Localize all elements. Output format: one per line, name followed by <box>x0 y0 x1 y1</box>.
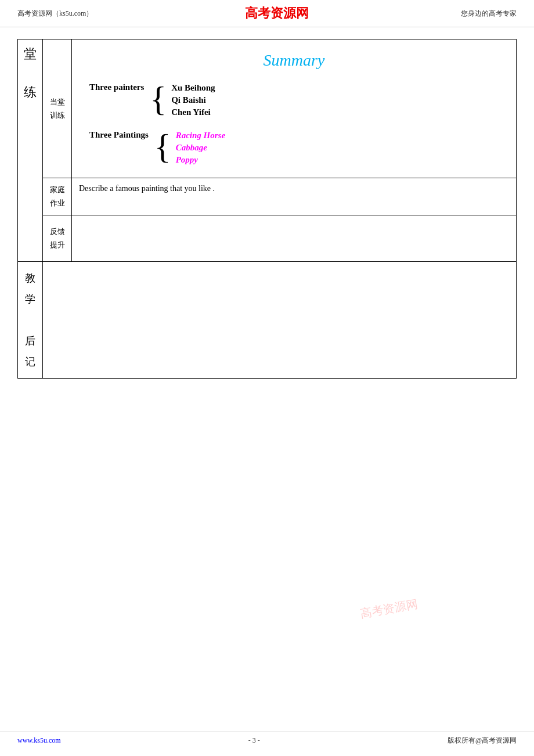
footer-left: www.ks5u.com <box>17 736 61 745</box>
tang-lian-cell: 堂练 <box>18 39 43 262</box>
footer-right: 版权所有@高考资源网 <box>448 736 517 746</box>
painters-brace-symbol: { <box>150 81 167 118</box>
header-right: 您身边的高考专家 <box>461 9 517 19</box>
header-left: 高考资源网（ks5u.com） <box>17 9 93 19</box>
fankui-content <box>72 215 517 261</box>
homework-row: 家庭作业 Describe a famous painting that you… <box>18 178 517 215</box>
paintings-brace-symbol: { <box>154 129 171 166</box>
painters-group: Three painters { Xu Beihong Qi Baishi Ch… <box>89 81 499 118</box>
notes-row: 教学后记 <box>18 261 517 378</box>
tang-char: 堂 <box>24 44 37 63</box>
painter-3: Chen Yifei <box>171 107 215 117</box>
header-center: 高考资源网 <box>245 5 309 22</box>
footer-center: - 3 - <box>248 736 260 745</box>
dang-tang-label: 当堂训练 <box>43 39 72 178</box>
painting-3: Poppy <box>176 155 225 165</box>
watermark: 高考资源网 <box>359 596 418 622</box>
paintings-list: Racing Horse Cabbage Poppy <box>176 129 225 166</box>
paintings-group: Three Paintings { Racing Horse Cabbage P… <box>89 129 499 166</box>
page-footer: www.ks5u.com - 3 - 版权所有@高考资源网 <box>0 732 534 746</box>
painting-1: Racing Horse <box>176 131 225 141</box>
main-content: 堂练 当堂训练 Summary Three painters { <box>0 27 534 390</box>
lesson-table: 堂练 当堂训练 Summary Three painters { <box>17 39 517 379</box>
paintings-label: Three Paintings <box>89 129 149 140</box>
summary-body: Three painters { Xu Beihong Qi Baishi Ch… <box>89 81 499 166</box>
painters-list: Xu Beihong Qi Baishi Chen Yifei <box>171 81 215 118</box>
jia-ting-label: 家庭作业 <box>43 178 72 215</box>
painters-brace: { Xu Beihong Qi Baishi Chen Yifei <box>150 81 215 118</box>
painters-label: Three painters <box>89 81 144 92</box>
fankui-row: 反馈提升 <box>18 215 517 261</box>
homework-content: Describe a famous painting that you like… <box>72 178 517 215</box>
page-header: 高考资源网（ks5u.com） 高考资源网 您身边的高考专家 <box>0 0 534 27</box>
summary-title: Summary <box>89 51 499 70</box>
painter-1: Xu Beihong <box>171 83 215 93</box>
painter-2: Qi Baishi <box>171 95 215 105</box>
jiao-xue-label: 教学后记 <box>18 261 43 378</box>
lian-char: 练 <box>24 82 37 102</box>
painting-2: Cabbage <box>176 143 225 153</box>
fan-kui-label: 反馈提升 <box>43 215 72 261</box>
notes-content <box>43 261 517 378</box>
summary-content: Summary Three painters { Xu Beihong Qi B… <box>72 39 517 178</box>
paintings-brace: { Racing Horse Cabbage Poppy <box>154 129 225 166</box>
summary-row: 堂练 当堂训练 Summary Three painters { <box>18 39 517 178</box>
